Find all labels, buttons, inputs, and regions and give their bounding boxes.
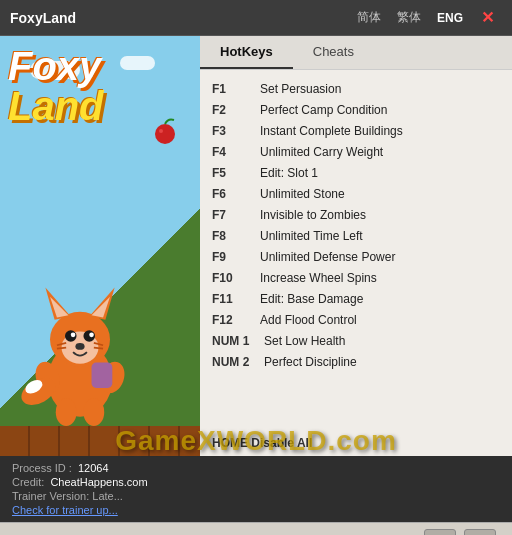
trainer-link[interactable]: Check for trainer up... [12,504,118,516]
music-icon-button[interactable] [464,529,496,536]
item-fruit [150,116,180,146]
cheats-panel: HotKeys Cheats F1 Set Persuasion F2 Perf… [200,36,512,456]
game-logo: Foxy Land [8,46,192,126]
cheat-label-num2: Perfect Discipline [264,353,357,371]
cheat-key-f3: F3 [212,122,260,140]
cheat-item-f4: F4 Unlimited Carry Weight [212,141,500,162]
close-button[interactable]: ✕ [473,6,502,29]
cheat-item-f9: F9 Unlimited Defense Power [212,246,500,267]
cheat-item-f7: F7 Invisible to Zombies [212,204,500,225]
language-switcher: 简体 繁体 ENG ✕ [351,6,502,29]
svg-point-9 [71,333,76,338]
cheat-item-f1: F1 Set Persuasion [212,78,500,99]
monitor-icon-button[interactable] [424,529,456,536]
home-disable-all[interactable]: HOME Disable All [200,432,512,456]
game-background: Foxy Land [0,36,200,456]
trainer-version-label: Trainer Version: Late... [12,490,123,502]
credit-value: CheatHappens.com [50,476,147,488]
cheat-label-f6: Unlimited Stone [260,185,345,203]
process-row: Process ID : 12064 [12,462,500,474]
svg-point-24 [159,129,163,133]
cheat-label-f2: Perfect Camp Condition [260,101,387,119]
svg-line-13 [57,348,66,349]
credit-row: Credit: CheatHappens.com [12,476,500,488]
cheat-label-f8: Unlimited Time Left [260,227,363,245]
cheat-key-f1: F1 [212,80,260,98]
ground [0,426,200,456]
cheat-item-num2: NUM 2 Perfect Discipline [212,351,500,372]
cheat-key-num1: NUM 1 [212,332,264,350]
logo-foxy: Foxy [8,46,192,86]
tabs-container: HotKeys Cheats [200,36,512,70]
cheat-key-f12: F12 [212,311,260,329]
cheat-key-f6: F6 [212,185,260,203]
svg-point-11 [75,343,84,350]
cheat-key-f4: F4 [212,143,260,161]
cheat-label-f1: Set Persuasion [260,80,341,98]
title-bar: FoxyLand 简体 繁体 ENG ✕ [0,0,512,36]
lang-cn-simple-button[interactable]: 简体 [351,7,387,28]
svg-point-23 [155,124,175,144]
tab-hotkeys[interactable]: HotKeys [200,36,293,69]
cheat-label-f12: Add Flood Control [260,311,357,329]
cheat-item-f11: F11 Edit: Base Damage [212,288,500,309]
cheat-key-f7: F7 [212,206,260,224]
cheat-label-num1: Set Low Health [264,332,345,350]
svg-line-15 [94,348,103,349]
info-bar: Process ID : 12064 Credit: CheatHappens.… [0,456,512,522]
cheat-item-f5: F5 Edit: Slot 1 [212,162,500,183]
cheat-label-f9: Unlimited Defense Power [260,248,395,266]
cheat-label-f11: Edit: Base Damage [260,290,363,308]
lang-eng-button[interactable]: ENG [431,9,469,27]
cheat-item-num1: NUM 1 Set Low Health [212,330,500,351]
cheat-item-f2: F2 Perfect Camp Condition [212,99,500,120]
process-id-label: Process ID : [12,462,72,474]
tab-cheats[interactable]: Cheats [293,36,374,69]
svg-point-20 [83,398,104,426]
cheat-item-f12: F12 Add Flood Control [212,309,500,330]
svg-rect-18 [92,363,113,388]
trainer-link-row: Check for trainer up... [12,504,500,516]
lang-cn-trad-button[interactable]: 繁体 [391,7,427,28]
cheat-key-f5: F5 [212,164,260,182]
cheat-item-f3: F3 Instant Complete Buildings [212,120,500,141]
process-id-value: 12064 [78,462,109,474]
svg-point-10 [89,333,94,338]
status-bar: Game is running, trainer is activated! [0,522,512,535]
cheat-label-f3: Instant Complete Buildings [260,122,403,140]
cheat-key-f8: F8 [212,227,260,245]
credit-label: Credit: [12,476,44,488]
game-image-panel: Foxy Land [0,36,200,456]
cheat-label-f4: Unlimited Carry Weight [260,143,383,161]
cheat-list: F1 Set Persuasion F2 Perfect Camp Condit… [200,70,512,432]
svg-point-19 [56,398,77,426]
cheat-key-f10: F10 [212,269,260,287]
fox-character [20,276,140,426]
cheat-label-f10: Increase Wheel Spins [260,269,377,287]
main-content: Foxy Land [0,36,512,456]
cheat-key-f2: F2 [212,101,260,119]
cheat-label-f5: Edit: Slot 1 [260,164,318,182]
cheat-item-f6: F6 Unlimited Stone [212,183,500,204]
app-title: FoxyLand [10,10,351,26]
status-icons [424,529,496,536]
cheat-key-f11: F11 [212,290,260,308]
cheat-key-num2: NUM 2 [212,353,264,371]
cheat-label-f7: Invisible to Zombies [260,206,366,224]
cheat-key-f9: F9 [212,248,260,266]
trainer-row: Trainer Version: Late... [12,490,500,502]
cheat-item-f10: F10 Increase Wheel Spins [212,267,500,288]
cheat-item-f8: F8 Unlimited Time Left [212,225,500,246]
